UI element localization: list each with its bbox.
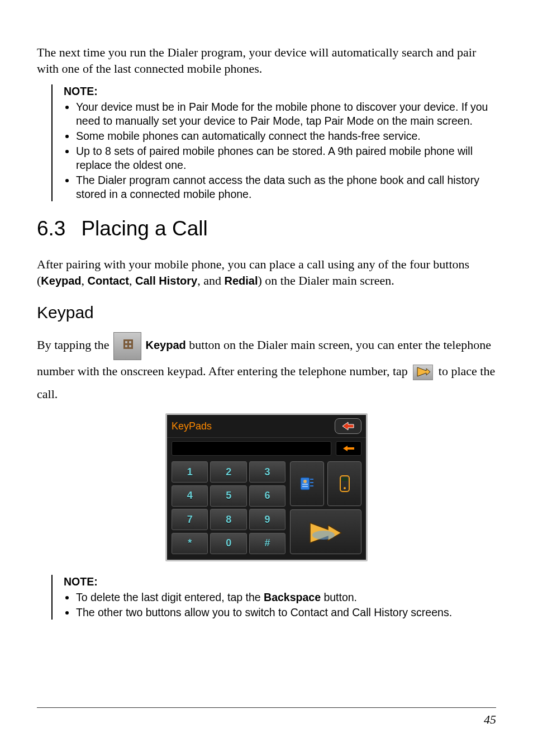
key-star[interactable]: * <box>172 533 208 554</box>
subsection-heading-keypad: Keypad <box>37 303 496 322</box>
keypad-icon <box>113 332 141 360</box>
svg-marker-0 <box>417 367 430 376</box>
section-title: Placing a Call <box>81 217 207 240</box>
button-name-call-history: Call History <box>135 275 197 287</box>
note-heading: NOTE: <box>64 84 496 98</box>
note-item: To delete the last digit entered, tap th… <box>76 590 496 604</box>
section-paragraph: After pairing with your mobile phone, yo… <box>37 256 496 289</box>
keypad-screenshot: KeyPads 1 2 3 4 5 6 7 8 9 * 0 <box>165 413 368 561</box>
key-4[interactable]: 4 <box>172 485 208 507</box>
svg-rect-8 <box>310 482 313 483</box>
svg-marker-1 <box>342 422 354 430</box>
backspace-button[interactable] <box>336 441 361 456</box>
intro-paragraph: The next time you run the Dialer program… <box>37 45 496 77</box>
button-name-redial: Redial <box>224 275 258 287</box>
key-1[interactable]: 1 <box>172 461 208 483</box>
page-number: 45 <box>484 712 496 726</box>
keypad-paragraph: By tapping the Keypad button on the Dial… <box>37 332 496 405</box>
svg-point-4 <box>303 480 307 483</box>
key-6[interactable]: 6 <box>249 485 285 507</box>
svg-rect-9 <box>310 485 313 486</box>
key-5[interactable]: 5 <box>210 485 246 507</box>
note-item: Up to 8 sets of paired mobile phones can… <box>76 144 496 172</box>
svg-point-12 <box>344 487 346 489</box>
key-8[interactable]: 8 <box>210 509 246 530</box>
button-name-keypad: Keypad <box>41 275 81 287</box>
svg-rect-7 <box>310 479 313 480</box>
keypad-grid: 1 2 3 4 5 6 7 8 9 * 0 # <box>172 461 285 554</box>
note-item: The other two buttons allow you to switc… <box>76 606 496 620</box>
key-9[interactable]: 9 <box>249 509 285 530</box>
dial-button[interactable] <box>290 509 361 554</box>
back-button[interactable] <box>335 418 361 434</box>
note-item: Some mobile phones can automatically con… <box>76 129 496 143</box>
screenshot-title: KeyPads <box>172 420 335 432</box>
backspace-label: Backspace <box>264 591 321 603</box>
note-item: Your device must be in Pair Mode for the… <box>76 100 496 128</box>
keypad-label: Keypad <box>146 339 186 351</box>
svg-rect-6 <box>302 486 308 487</box>
section-number: 6.3 <box>37 217 65 240</box>
note-block-2: NOTE: To delete the last digit entered, … <box>51 575 496 620</box>
key-0[interactable]: 0 <box>210 533 246 554</box>
contact-button[interactable] <box>290 461 324 506</box>
section-heading: 6.3 Placing a Call <box>37 217 496 240</box>
svg-marker-2 <box>343 446 354 451</box>
note-block-1: NOTE: Your device must be in Pair Mode f… <box>51 84 496 201</box>
note-heading: NOTE: <box>64 575 496 589</box>
number-input[interactable] <box>172 441 331 456</box>
page-footer: 45 <box>37 707 496 727</box>
keypad-screenshot-figure: KeyPads 1 2 3 4 5 6 7 8 9 * 0 <box>37 413 496 561</box>
svg-point-14 <box>312 531 335 540</box>
dial-icon <box>413 365 433 380</box>
key-hash[interactable]: # <box>249 533 285 554</box>
note-item: The Dialer program cannot access the dat… <box>76 173 496 201</box>
button-name-contact: Contact <box>88 275 129 287</box>
svg-rect-11 <box>342 478 348 481</box>
key-2[interactable]: 2 <box>210 461 246 483</box>
call-history-button[interactable] <box>327 461 361 506</box>
svg-rect-5 <box>302 484 308 485</box>
key-3[interactable]: 3 <box>249 461 285 483</box>
key-7[interactable]: 7 <box>172 509 208 530</box>
